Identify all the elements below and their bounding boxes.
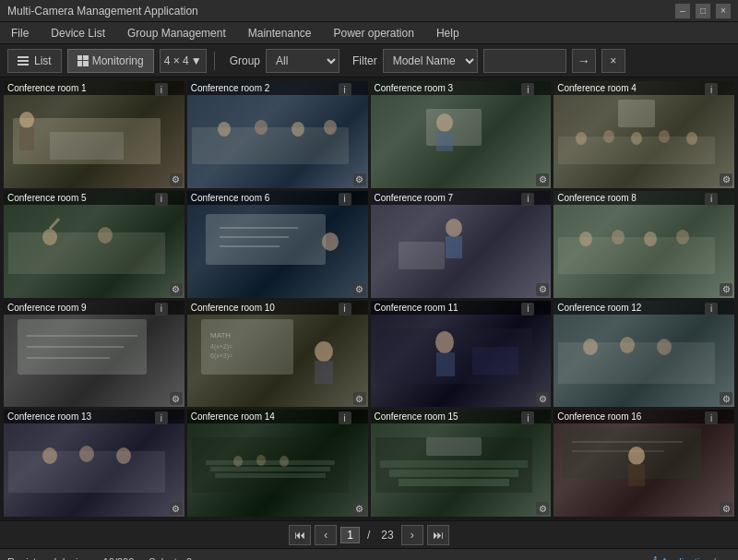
list-icon bbox=[18, 56, 29, 66]
current-page: 1 bbox=[340, 527, 360, 543]
svg-rect-61 bbox=[215, 473, 326, 478]
svg-point-47 bbox=[435, 331, 454, 353]
maximize-button[interactable]: □ bbox=[696, 4, 710, 18]
camera-gear-button-7[interactable]: ⚙ bbox=[536, 283, 549, 296]
camera-cell-6[interactable]: Conference room 6i⚙ bbox=[187, 191, 368, 298]
pagination-bar: ⏮ ‹ 1 / 23 › ⏭ bbox=[0, 520, 738, 548]
filter-type-select[interactable]: Model Name bbox=[383, 49, 478, 73]
menu-maintenance[interactable]: Maintenance bbox=[244, 25, 315, 42]
app-log-button[interactable]: Application Log bbox=[661, 556, 731, 561]
title-controls: – □ × bbox=[675, 4, 731, 18]
camera-feed-11 bbox=[371, 301, 552, 408]
camera-gear-button-5[interactable]: ⚙ bbox=[170, 283, 183, 296]
svg-rect-9 bbox=[426, 109, 482, 146]
camera-cell-14[interactable]: Conference room 14i⚙ bbox=[187, 410, 368, 517]
filter-clear-button[interactable]: × bbox=[601, 49, 625, 73]
camera-gear-button-3[interactable]: ⚙ bbox=[536, 173, 549, 186]
camera-info-button-6[interactable]: i bbox=[339, 193, 351, 206]
menu-device-list[interactable]: Device List bbox=[47, 25, 109, 42]
camera-info-button-16[interactable]: i bbox=[705, 411, 718, 424]
camera-feed-6 bbox=[187, 191, 368, 298]
camera-cell-8[interactable]: Conference room 8i⚙ bbox=[554, 191, 734, 298]
camera-info-button-1[interactable]: i bbox=[155, 83, 168, 96]
svg-point-71 bbox=[628, 447, 645, 465]
camera-gear-button-6[interactable]: ⚙ bbox=[353, 283, 366, 296]
camera-cell-11[interactable]: Conference room 11i⚙ bbox=[371, 301, 552, 408]
camera-cell-16[interactable]: Conference room 16i⚙ bbox=[554, 410, 734, 517]
list-view-button[interactable]: List bbox=[7, 49, 62, 73]
menu-group-management[interactable]: Group Management bbox=[124, 25, 230, 42]
svg-rect-69 bbox=[426, 437, 482, 456]
next-page-button[interactable]: › bbox=[401, 525, 423, 545]
camera-cell-7[interactable]: Conference room 7i⚙ bbox=[371, 191, 552, 298]
minimize-button[interactable]: – bbox=[675, 4, 690, 18]
svg-rect-59 bbox=[206, 460, 335, 465]
camera-gear-button-12[interactable]: ⚙ bbox=[720, 392, 732, 405]
svg-rect-45 bbox=[315, 361, 333, 384]
camera-gear-button-10[interactable]: ⚙ bbox=[353, 392, 366, 405]
close-button[interactable]: × bbox=[716, 4, 731, 18]
camera-gear-button-4[interactable]: ⚙ bbox=[720, 173, 732, 186]
last-page-button[interactable]: ⏭ bbox=[427, 525, 449, 545]
camera-info-button-10[interactable]: i bbox=[339, 303, 351, 316]
camera-gear-button-1[interactable]: ⚙ bbox=[170, 173, 183, 186]
camera-cell-15[interactable]: Conference room 15i⚙ bbox=[371, 410, 552, 517]
camera-info-button-13[interactable]: i bbox=[155, 411, 168, 424]
svg-rect-66 bbox=[399, 479, 509, 486]
camera-info-button-15[interactable]: i bbox=[521, 411, 534, 424]
camera-info-button-2[interactable]: i bbox=[339, 83, 351, 96]
camera-info-button-5[interactable]: i bbox=[155, 193, 168, 206]
camera-grid: Conference room 1i⚙ Conference room 2i⚙ … bbox=[0, 77, 738, 520]
camera-gear-button-15[interactable]: ⚙ bbox=[536, 502, 549, 515]
select-info: Select: 0 bbox=[149, 556, 192, 561]
camera-gear-button-14[interactable]: ⚙ bbox=[353, 502, 366, 515]
camera-cell-3[interactable]: Conference room 3i⚙ bbox=[371, 81, 552, 188]
camera-info-button-14[interactable]: i bbox=[339, 411, 351, 424]
grid-size-selector[interactable]: 4 × 4 ▼ bbox=[160, 49, 207, 73]
registered-devices-label: Registered devices: 16/200 bbox=[7, 556, 134, 561]
camera-cell-12[interactable]: Conference room 12i⚙ bbox=[554, 301, 734, 408]
first-page-button[interactable]: ⏮ bbox=[289, 525, 311, 545]
camera-gear-button-8[interactable]: ⚙ bbox=[720, 283, 732, 296]
status-left: Registered devices: 16/200 Select: 0 bbox=[7, 556, 192, 561]
camera-cell-4[interactable]: Conference room 4i⚙ bbox=[554, 81, 734, 188]
camera-info-button-3[interactable]: i bbox=[521, 83, 534, 96]
camera-info-button-4[interactable]: i bbox=[705, 83, 718, 96]
camera-cell-13[interactable]: Conference room 13i⚙ bbox=[4, 410, 184, 517]
camera-gear-button-11[interactable]: ⚙ bbox=[536, 392, 549, 405]
group-select[interactable]: All bbox=[266, 49, 339, 73]
camera-info-button-8[interactable]: i bbox=[705, 193, 718, 206]
menu-help[interactable]: Help bbox=[433, 25, 463, 42]
camera-cell-2[interactable]: Conference room 2i⚙ bbox=[187, 81, 368, 188]
monitoring-view-button[interactable]: Monitoring bbox=[67, 49, 154, 73]
svg-rect-48 bbox=[436, 352, 455, 376]
svg-point-27 bbox=[322, 232, 339, 251]
camera-gear-button-13[interactable]: ⚙ bbox=[170, 502, 183, 515]
camera-gear-button-9[interactable]: ⚙ bbox=[170, 392, 183, 405]
svg-point-6 bbox=[255, 120, 268, 135]
camera-cell-10[interactable]: MATH 4(x+2)= 6(x+3)= Conference room 10i… bbox=[187, 301, 368, 408]
camera-cell-1[interactable]: Conference room 1i⚙ bbox=[4, 81, 184, 188]
camera-gear-button-16[interactable]: ⚙ bbox=[720, 502, 732, 515]
camera-cell-9[interactable]: Conference room 9i⚙ bbox=[4, 301, 184, 408]
camera-info-button-12[interactable]: i bbox=[705, 303, 718, 316]
camera-info-button-11[interactable]: i bbox=[521, 303, 534, 316]
menu-file[interactable]: File bbox=[7, 25, 32, 42]
filter-input[interactable] bbox=[483, 49, 566, 73]
filter-apply-button[interactable]: → bbox=[572, 49, 596, 73]
camera-cell-5[interactable]: Conference room 5i⚙ bbox=[4, 191, 184, 298]
camera-info-button-7[interactable]: i bbox=[521, 193, 534, 206]
camera-gear-button-2[interactable]: ⚙ bbox=[353, 173, 366, 186]
svg-point-14 bbox=[603, 130, 614, 143]
camera-feed-12 bbox=[554, 301, 734, 408]
svg-rect-3 bbox=[50, 132, 124, 160]
menu-power-operation[interactable]: Power operation bbox=[329, 25, 417, 42]
camera-info-button-9[interactable]: i bbox=[155, 303, 168, 316]
svg-point-17 bbox=[686, 132, 697, 145]
prev-page-button[interactable]: ‹ bbox=[315, 525, 337, 545]
camera-feed-3 bbox=[371, 81, 552, 188]
svg-point-5 bbox=[218, 122, 231, 137]
info-icon: ℹ bbox=[653, 554, 658, 560]
svg-text:6(x+3)=: 6(x+3)= bbox=[210, 352, 232, 360]
svg-point-8 bbox=[324, 120, 337, 135]
